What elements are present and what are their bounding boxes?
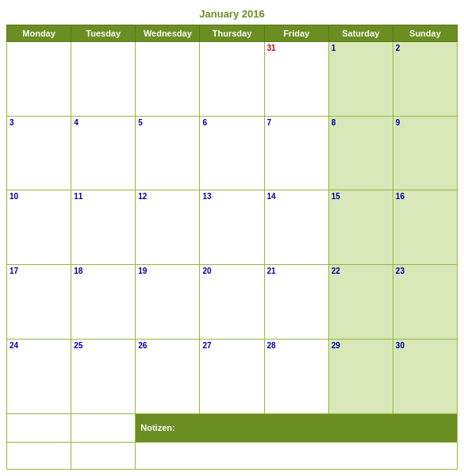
day-cell: 3 bbox=[7, 116, 71, 190]
day-number: 30 bbox=[396, 341, 454, 350]
header-row: Monday Tuesday Wednesday Thursday Friday… bbox=[7, 25, 458, 42]
day-cell: 12 bbox=[136, 190, 200, 265]
day-number: 23 bbox=[396, 267, 454, 275]
header-thursday: Thursday bbox=[200, 25, 264, 42]
day-cell: 26 bbox=[136, 339, 200, 413]
week-row-2: 3456789 bbox=[7, 116, 458, 190]
day-number: 31 bbox=[267, 44, 326, 52]
day-cell: 6 bbox=[200, 116, 264, 190]
day-number: 9 bbox=[396, 118, 454, 127]
day-number: 17 bbox=[10, 267, 68, 275]
day-number: 7 bbox=[267, 118, 326, 127]
day-cell: 8 bbox=[328, 116, 393, 190]
day-cell: 20 bbox=[200, 265, 264, 340]
day-number: 21 bbox=[267, 267, 326, 275]
header-saturday: Saturday bbox=[328, 25, 393, 42]
day-number: 20 bbox=[202, 267, 261, 275]
day-number: 15 bbox=[332, 192, 390, 201]
day-number: 2 bbox=[396, 44, 454, 52]
day-cell: 23 bbox=[393, 265, 457, 340]
day-number: 29 bbox=[332, 341, 390, 350]
day-cell: 25 bbox=[71, 339, 136, 413]
notes-empty-cell bbox=[71, 413, 136, 442]
day-cell: 27 bbox=[200, 339, 264, 413]
calendar-page: January 2016 Monday Tuesday Wednesday Th… bbox=[0, 0, 464, 476]
day-cell: 5 bbox=[136, 116, 200, 190]
header-wednesday: Wednesday bbox=[136, 25, 200, 42]
day-number: 24 bbox=[10, 341, 68, 350]
day-cell: 31 bbox=[264, 42, 328, 117]
day-number: 25 bbox=[74, 341, 132, 350]
notes-row: Notizen: bbox=[7, 413, 458, 442]
header-monday: Monday bbox=[7, 25, 71, 42]
notes-label-cell: Notizen: bbox=[136, 413, 458, 442]
day-number: 4 bbox=[74, 118, 132, 127]
header-friday: Friday bbox=[264, 25, 328, 42]
day-cell: 30 bbox=[393, 339, 457, 413]
header-tuesday: Tuesday bbox=[71, 25, 136, 42]
day-number: 19 bbox=[138, 267, 197, 275]
day-cell: 4 bbox=[71, 116, 136, 190]
day-cell: 24 bbox=[7, 339, 71, 413]
day-number: 14 bbox=[267, 192, 326, 201]
day-number: 13 bbox=[202, 192, 261, 201]
last-empty-cell bbox=[7, 443, 71, 470]
day-cell bbox=[200, 42, 264, 117]
day-cell: 19 bbox=[136, 265, 200, 340]
day-number: 28 bbox=[267, 341, 326, 350]
week-row-5: 24252627282930 bbox=[7, 339, 458, 413]
week-row-1: 3112 bbox=[7, 42, 458, 117]
day-number: 18 bbox=[74, 267, 132, 275]
day-number: 3 bbox=[10, 118, 68, 127]
day-number: 26 bbox=[138, 341, 197, 350]
day-cell: 21 bbox=[264, 265, 328, 340]
day-cell: 2 bbox=[393, 42, 457, 117]
last-spacer bbox=[136, 443, 458, 470]
day-number: 12 bbox=[138, 192, 197, 201]
last-empty-cell bbox=[71, 443, 136, 470]
day-cell: 10 bbox=[7, 190, 71, 265]
day-cell: 9 bbox=[393, 116, 457, 190]
day-cell: 17 bbox=[7, 265, 71, 340]
day-cell: 16 bbox=[393, 190, 457, 265]
day-number: 16 bbox=[396, 192, 454, 201]
day-number: 10 bbox=[10, 192, 68, 201]
day-cell bbox=[136, 42, 200, 117]
day-cell bbox=[71, 42, 136, 117]
day-number: 5 bbox=[138, 118, 197, 127]
day-number: 6 bbox=[202, 118, 261, 127]
day-number: 8 bbox=[332, 118, 390, 127]
day-cell: 7 bbox=[264, 116, 328, 190]
notes-empty-cell bbox=[7, 413, 71, 442]
day-cell bbox=[7, 42, 71, 117]
day-number: 22 bbox=[332, 267, 390, 275]
day-cell: 29 bbox=[328, 339, 393, 413]
day-cell: 13 bbox=[200, 190, 264, 265]
day-cell: 28 bbox=[264, 339, 328, 413]
day-cell: 14 bbox=[264, 190, 328, 265]
day-cell: 11 bbox=[71, 190, 136, 265]
day-number: 27 bbox=[202, 341, 261, 350]
day-cell: 15 bbox=[328, 190, 393, 265]
week-row-3: 10111213141516 bbox=[7, 190, 458, 265]
week-row-4: 17181920212223 bbox=[7, 265, 458, 340]
header-sunday: Sunday bbox=[393, 25, 457, 42]
calendar-title: January 2016 bbox=[6, 8, 458, 20]
day-cell: 18 bbox=[71, 265, 136, 340]
day-cell: 22 bbox=[328, 265, 393, 340]
day-cell: 1 bbox=[328, 42, 393, 117]
last-row bbox=[7, 443, 458, 470]
day-number: 1 bbox=[332, 44, 390, 52]
calendar-table: Monday Tuesday Wednesday Thursday Friday… bbox=[6, 25, 458, 470]
day-number: 11 bbox=[74, 192, 132, 201]
